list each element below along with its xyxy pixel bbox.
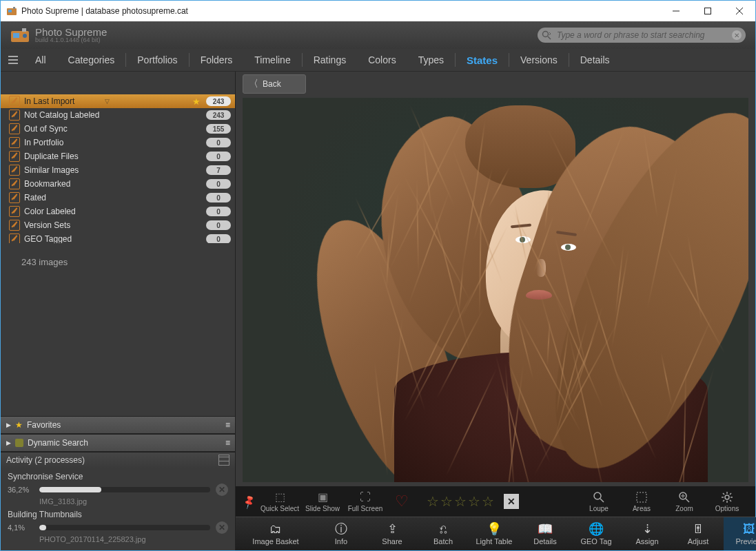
favorite-heart-icon[interactable]: ♡ [395, 492, 409, 510]
count-badge: 243 [206, 96, 231, 106]
preview-button[interactable]: 🖼 Preview [724, 517, 756, 550]
preview-icon: 🖼 [743, 522, 755, 536]
panel-menu-icon[interactable]: ≡ [225, 438, 229, 448]
task-percent: 4,1% [8, 523, 34, 532]
nav-tab-portfolios[interactable]: Portfolios [126, 49, 188, 71]
progress-bar [39, 487, 210, 492]
search-box[interactable]: ✕ [538, 28, 746, 43]
details-button[interactable]: 📖 Details [520, 517, 571, 550]
share-button[interactable]: ⇪ Share [367, 517, 418, 550]
count-badge: 7 [206, 165, 231, 175]
zoom-button[interactable]: Zoom [663, 488, 706, 515]
hamburger-menu[interactable] [5, 56, 21, 64]
fullscreen-button[interactable]: ⛶ Full Screen [344, 488, 387, 515]
star-icon[interactable]: ☆ [427, 493, 439, 510]
svg-point-13 [594, 492, 601, 499]
minimize-button[interactable] [660, 1, 692, 21]
back-label: Back [263, 79, 281, 89]
state-label: Rated [24, 193, 111, 202]
state-item[interactable]: Not Catalog Labeled243 [1, 108, 235, 122]
star-icon[interactable]: ☆ [482, 493, 494, 510]
state-label: Not Catalog Labeled [24, 110, 111, 120]
clear-search-icon[interactable]: ✕ [732, 30, 742, 40]
count-badge: 0 [206, 152, 231, 161]
nav-tab-versions[interactable]: Versions [509, 49, 569, 71]
state-check-icon [9, 165, 20, 176]
adjust-button[interactable]: 🎚 Adjust [673, 517, 724, 550]
loupe-button[interactable]: Loupe [578, 488, 620, 515]
svg-rect-8 [13, 33, 19, 38]
quick-select-button[interactable]: ⬚ Quick Select [258, 488, 301, 515]
brand-name: Photo Supreme [35, 27, 107, 37]
state-item[interactable]: Similar Images7 [1, 163, 235, 177]
image-basket-button[interactable]: 🗂 Image Basket [236, 517, 316, 550]
activity-task: Building Thumbnails4,1%✕PHOTO_20170114_2… [1, 508, 235, 546]
state-item[interactable]: Rated0 [1, 191, 235, 205]
favorites-label: Favorites [27, 420, 61, 430]
cancel-task-button[interactable]: ✕ [216, 521, 228, 534]
dynamic-search-panel-header[interactable]: ▶ Dynamic Search ≡ [1, 434, 235, 452]
batch-button[interactable]: ⎌ Batch [418, 517, 469, 550]
activity-stop-all-icon[interactable] [218, 455, 229, 466]
batch-icon: ⎌ [440, 522, 447, 536]
nav-tab-all[interactable]: All [24, 49, 57, 71]
gear-icon [721, 491, 733, 503]
nav-tab-timeline[interactable]: Timeline [243, 49, 301, 71]
pin-icon[interactable]: 📌 [241, 494, 256, 509]
rating-stars[interactable]: ☆ ☆ ☆ ☆ ☆ [427, 493, 494, 510]
image-viewer[interactable] [243, 98, 748, 482]
state-check-icon [9, 96, 20, 107]
panel-menu-icon[interactable]: ≡ [225, 420, 229, 430]
geo-tag-icon: 🌐 [589, 522, 604, 536]
state-list: In Last Import▽★243Not Catalog Labeled24… [1, 94, 235, 243]
cancel-task-button[interactable]: ✕ [216, 484, 228, 496]
state-item[interactable]: In Portfolio0 [1, 136, 235, 149]
state-item[interactable]: Duplicate Files0 [1, 149, 235, 163]
svg-line-28 [723, 500, 724, 501]
state-item[interactable]: Version Sets0 [1, 218, 235, 232]
nav-tab-categories[interactable]: Categories [57, 49, 126, 71]
geo-tag-button[interactable]: 🌐 GEO Tag [571, 517, 622, 550]
nav-tab-colors[interactable]: Colors [357, 49, 407, 71]
state-check-icon [9, 178, 20, 189]
activity-header[interactable]: Activity (2 processes) [1, 452, 235, 468]
expand-icon: ▶ [6, 439, 11, 446]
back-button[interactable]: 〈 Back [243, 74, 306, 94]
photo-preview [243, 98, 748, 482]
state-item[interactable]: Color Labeled0 [1, 205, 235, 218]
task-file: IMG_3183.jpg [8, 497, 228, 506]
areas-button[interactable]: Areas [620, 488, 663, 515]
star-icon[interactable]: ☆ [440, 493, 453, 510]
svg-point-11 [543, 32, 549, 37]
slideshow-button[interactable]: ▣ Slide Show [301, 488, 344, 515]
favorites-panel-header[interactable]: ▶ ★ Favorites ≡ [1, 416, 235, 434]
star-icon[interactable]: ☆ [454, 493, 467, 510]
close-button[interactable] [724, 1, 755, 21]
svg-line-17 [686, 499, 689, 502]
state-check-icon [9, 192, 20, 203]
assign-button[interactable]: ⇣ Assign [622, 517, 673, 550]
state-label: Duplicate Files [24, 152, 111, 161]
nav-tab-folders[interactable]: Folders [190, 49, 244, 71]
state-item[interactable]: GEO Tagged0 [1, 232, 235, 243]
info-button[interactable]: ⓘ Info [316, 517, 367, 550]
search-input[interactable] [555, 30, 728, 41]
light-table-button[interactable]: 💡 Light Table [469, 517, 520, 550]
state-item[interactable]: Out of Sync155 [1, 122, 235, 136]
nav-tab-types[interactable]: Types [407, 49, 455, 71]
state-check-icon [9, 123, 20, 134]
chevron-left-icon: 〈 [249, 78, 258, 90]
state-item[interactable]: Bookmarked0 [1, 177, 235, 191]
nav-tab-states[interactable]: States [456, 49, 509, 71]
svg-rect-2 [13, 7, 15, 9]
state-item[interactable]: In Last Import▽★243 [1, 94, 235, 108]
nav-tab-ratings[interactable]: Ratings [303, 49, 357, 71]
maximize-button[interactable] [692, 1, 724, 21]
count-badge: 243 [206, 110, 231, 120]
star-icon[interactable]: ☆ [468, 493, 480, 510]
fullscreen-icon: ⛶ [360, 491, 371, 503]
options-button[interactable]: Options [706, 488, 748, 515]
svg-line-26 [730, 500, 731, 501]
clear-rating-button[interactable]: ✕ [504, 494, 519, 509]
nav-tab-details[interactable]: Details [569, 49, 621, 71]
